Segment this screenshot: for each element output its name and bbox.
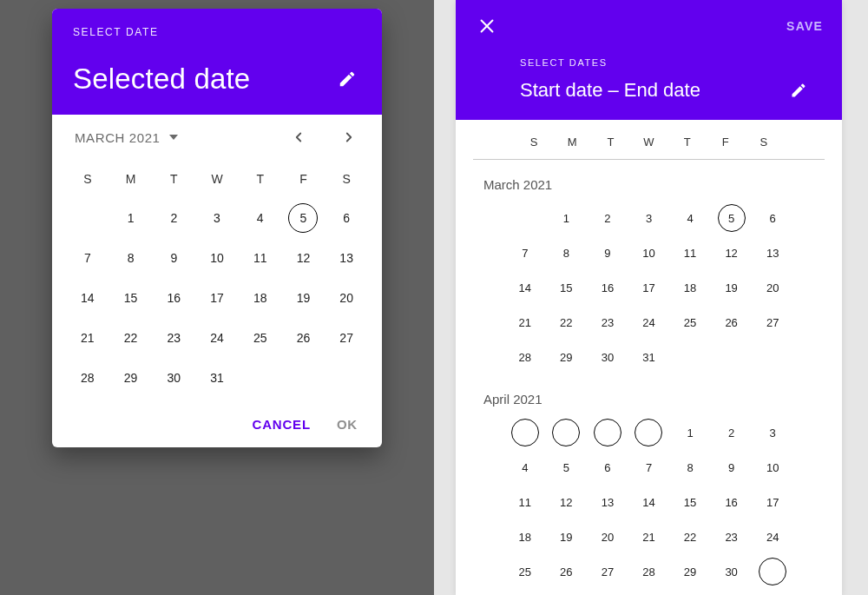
day-cell[interactable]: 18 <box>504 519 546 554</box>
day-cell[interactable]: 29 <box>546 340 588 374</box>
day-cell[interactable]: 7 <box>628 450 670 485</box>
day-cell[interactable]: 13 <box>325 238 368 278</box>
day-cell[interactable]: 23 <box>152 318 195 358</box>
day-cell[interactable]: 20 <box>752 270 793 305</box>
day-cell[interactable]: 18 <box>669 270 711 305</box>
day-cell[interactable]: 6 <box>325 198 368 238</box>
day-cell[interactable]: 29 <box>669 554 711 589</box>
day-cell[interactable]: 25 <box>669 305 711 340</box>
day-cell[interactable]: 24 <box>752 519 793 554</box>
day-cell[interactable]: 19 <box>711 270 753 305</box>
day-cell[interactable]: 27 <box>752 305 793 340</box>
day-cell[interactable]: 23 <box>711 519 753 554</box>
day-cell[interactable]: 28 <box>66 358 109 398</box>
day-cell[interactable]: 2 <box>152 198 195 238</box>
day-cell[interactable]: 25 <box>504 554 546 589</box>
day-cell[interactable]: 24 <box>195 318 239 358</box>
day-cell[interactable]: 16 <box>711 485 753 519</box>
day-cell[interactable]: 19 <box>282 278 326 318</box>
day-cell[interactable]: 9 <box>152 238 195 278</box>
day-cell[interactable]: 3 <box>195 198 239 238</box>
day-cell[interactable]: 8 <box>546 235 588 270</box>
day-cell[interactable]: 1 <box>669 415 711 450</box>
day-cell[interactable]: 14 <box>66 278 109 318</box>
day-cell[interactable]: 20 <box>587 519 628 554</box>
day-cell[interactable]: 9 <box>587 235 628 270</box>
day-cell[interactable]: 9 <box>711 450 753 485</box>
day-cell[interactable]: 30 <box>711 554 753 589</box>
day-cell[interactable]: 13 <box>752 235 793 270</box>
day-cell[interactable]: 10 <box>628 235 670 270</box>
day-cell[interactable]: 12 <box>282 238 326 278</box>
day-cell[interactable]: 28 <box>628 554 670 589</box>
day-cell[interactable]: 17 <box>628 270 670 305</box>
day-cell[interactable]: 31 <box>195 358 239 398</box>
next-month-button[interactable] <box>339 127 359 148</box>
day-cell[interactable]: 5 <box>282 198 326 238</box>
day-cell[interactable]: 27 <box>325 318 368 358</box>
day-cell[interactable]: 18 <box>239 278 282 318</box>
edit-range-button[interactable] <box>785 76 812 104</box>
close-button[interactable] <box>475 14 499 38</box>
day-cell[interactable]: 29 <box>109 358 153 398</box>
day-cell[interactable]: 27 <box>587 554 628 589</box>
day-cell[interactable]: 5 <box>711 201 753 235</box>
day-cell[interactable]: 20 <box>325 278 368 318</box>
day-cell[interactable]: 21 <box>628 519 670 554</box>
day-cell[interactable]: 26 <box>546 554 588 589</box>
range-month-list[interactable]: March 2021123456789101112131415161718192… <box>456 160 842 595</box>
day-cell[interactable]: 22 <box>546 305 588 340</box>
day-cell[interactable]: 13 <box>587 485 628 519</box>
day-cell[interactable]: 8 <box>109 238 153 278</box>
day-cell[interactable]: 17 <box>752 485 793 519</box>
day-cell[interactable]: 17 <box>195 278 239 318</box>
day-cell[interactable]: 11 <box>504 485 546 519</box>
day-cell[interactable]: 3 <box>628 201 670 235</box>
day-cell[interactable]: 26 <box>711 305 753 340</box>
day-cell[interactable]: 7 <box>66 238 109 278</box>
day-cell[interactable]: 6 <box>587 450 628 485</box>
day-cell[interactable]: 31 <box>628 340 670 374</box>
day-cell[interactable]: 26 <box>282 318 326 358</box>
day-cell[interactable]: 22 <box>669 519 711 554</box>
day-cell[interactable]: 21 <box>66 318 109 358</box>
day-cell[interactable]: 6 <box>752 201 793 235</box>
day-cell[interactable]: 4 <box>504 450 546 485</box>
month-year-selector[interactable]: MARCH 2021 <box>75 130 178 145</box>
day-cell[interactable]: 4 <box>669 201 711 235</box>
day-cell[interactable]: 22 <box>109 318 153 358</box>
day-cell[interactable]: 3 <box>752 415 793 450</box>
day-cell[interactable]: 11 <box>669 235 711 270</box>
edit-date-button[interactable] <box>333 65 361 93</box>
day-cell[interactable]: 12 <box>546 485 588 519</box>
day-cell[interactable]: 15 <box>669 485 711 519</box>
day-cell[interactable]: 14 <box>628 485 670 519</box>
day-cell[interactable]: 23 <box>587 305 628 340</box>
day-cell[interactable]: 30 <box>152 358 195 398</box>
day-cell[interactable]: 11 <box>239 238 282 278</box>
day-cell[interactable]: 10 <box>752 450 793 485</box>
day-cell[interactable]: 2 <box>711 415 753 450</box>
day-cell[interactable]: 2 <box>587 201 628 235</box>
save-button[interactable]: SAVE <box>786 19 823 33</box>
prev-month-button[interactable] <box>288 127 309 148</box>
day-cell[interactable]: 7 <box>504 235 546 270</box>
day-cell[interactable]: 21 <box>504 305 546 340</box>
day-cell[interactable]: 5 <box>546 450 588 485</box>
day-cell[interactable]: 15 <box>546 270 588 305</box>
day-cell[interactable]: 1 <box>546 201 588 235</box>
day-cell[interactable]: 14 <box>504 270 546 305</box>
day-cell[interactable]: 10 <box>195 238 239 278</box>
cancel-button[interactable]: CANCEL <box>253 417 311 432</box>
day-cell[interactable]: 8 <box>669 450 711 485</box>
day-cell[interactable]: 4 <box>239 198 282 238</box>
day-cell[interactable]: 25 <box>239 318 282 358</box>
day-cell[interactable]: 24 <box>628 305 670 340</box>
day-cell[interactable]: 30 <box>587 340 628 374</box>
ok-button[interactable]: OK <box>337 417 358 432</box>
day-cell[interactable]: 1 <box>109 198 153 238</box>
day-cell[interactable]: 15 <box>109 278 153 318</box>
day-cell[interactable]: 28 <box>504 340 546 374</box>
day-cell[interactable]: 12 <box>711 235 753 270</box>
day-cell[interactable]: 16 <box>152 278 195 318</box>
